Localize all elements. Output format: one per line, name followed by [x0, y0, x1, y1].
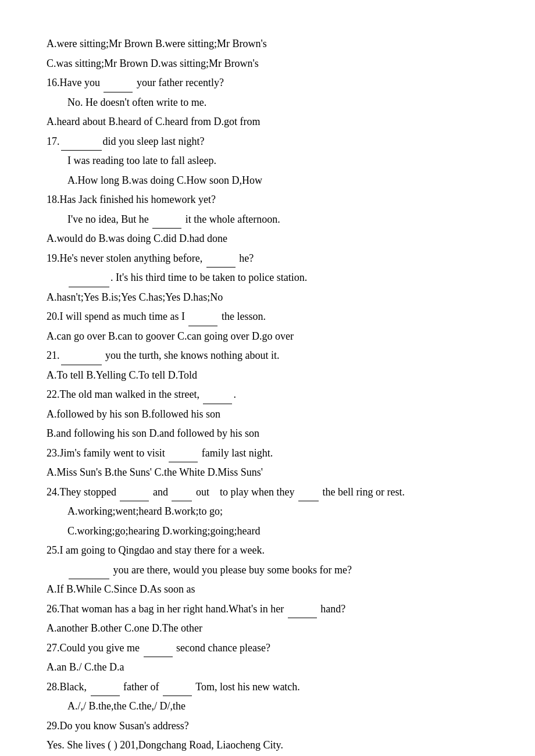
q17-response: I was reading too late to fall asleep. [47, 152, 488, 170]
q22-options-a: A.followed by his son B.followed his son [47, 405, 488, 424]
question-21: 21. you the turth, she knows nothing abo… [47, 347, 488, 365]
q19-response: . It's his third time to be taken to pol… [47, 269, 488, 287]
blank-24a [120, 501, 149, 501]
q20-options: A.can go over B.can to goover C.can goin… [47, 327, 488, 346]
question-27: 27.Could you give me second chance pleas… [47, 639, 488, 658]
question-28: 28.Black, father of Tom, lost his new wa… [47, 678, 488, 697]
main-content: A.were sitting;Mr Brown B.were sitting;M… [47, 35, 488, 756]
q22-options-b: B.and following his son D.and followed b… [47, 425, 488, 443]
q27-options: A.an B./ C.the D.a [47, 658, 488, 677]
q24-options-a: A.working;went;heard B.work;to go; [47, 502, 488, 521]
question-17: 17.did you sleep last night? [47, 133, 488, 151]
question-19: 19.He's never stolen anything before, he… [47, 249, 488, 268]
q17-options: A.How long B.was doing C.How soon D,How [47, 172, 488, 190]
blank-19b [69, 287, 109, 287]
question-26: 26.That woman has a bag in her right han… [47, 600, 488, 619]
blank-18 [152, 228, 181, 229]
q25-options: A.If B.While C.Since D.As soon as [47, 580, 488, 599]
blank-17 [61, 150, 102, 151]
question-24: 24.They stopped and out to play when the… [47, 483, 488, 502]
q23-options: A.Miss Sun's B.the Suns' C.the White D.M… [47, 463, 488, 482]
q25-continuation: you are there, would you please buy some… [47, 561, 488, 580]
question-23: 23.Jim's family went to visit family las… [47, 444, 488, 463]
blank-28b [163, 696, 192, 696]
question-16: 16.Have you your father recently? [47, 74, 488, 92]
question-25: 25.I am going to Qingdao and stay there … [47, 541, 488, 560]
blank-24b [172, 501, 192, 501]
blank-19 [206, 267, 236, 268]
blank-22 [203, 404, 232, 404]
blank-23 [169, 462, 198, 462]
q29-response: Yes. She lives ( ) 201,Dongchang Road, L… [47, 736, 488, 755]
question-22: 22.The old man walked in the street, . [47, 386, 488, 404]
q24-options-b: C.working;go;hearing D.working;going;hea… [47, 522, 488, 541]
q18-options: A.would do B.was doing C.did D.had done [47, 230, 488, 248]
q18-response: I've no idea, But he it the whole aftern… [47, 211, 488, 229]
q19-options: A.hasn't;Yes B.is;Yes C.has;Yes D.has;No [47, 288, 488, 307]
blank-28a [91, 696, 120, 696]
q21-options: A.To tell B.Yelling C.To tell D.Told [47, 366, 488, 385]
q16-response: No. He doesn't often write to me. [47, 94, 488, 112]
question-29: 29.Do you know Susan's address? [47, 717, 488, 736]
blank-20 [188, 326, 217, 326]
question-18: 18.Has Jack finished his homework yet? [47, 191, 488, 209]
line-l2: C.was sitting;Mr Brown D.was sitting;Mr … [47, 55, 488, 73]
line-l1: A.were sitting;Mr Brown B.were sitting;M… [47, 35, 488, 54]
blank-16 [104, 92, 133, 92]
blank-24c [298, 501, 319, 501]
q28-options: A./,/ B.the,the C.the,/ D/,the [47, 697, 488, 716]
blank-25 [69, 579, 109, 579]
blank-26 [288, 618, 317, 618]
blank-21 [61, 365, 102, 365]
blank-27 [144, 657, 173, 657]
question-20: 20.I will spend as much time as I the le… [47, 308, 488, 326]
q16-options: A.heard about B.heard of C.heard from D.… [47, 113, 488, 131]
q26-options: A.another B.other C.one D.The other [47, 619, 488, 638]
